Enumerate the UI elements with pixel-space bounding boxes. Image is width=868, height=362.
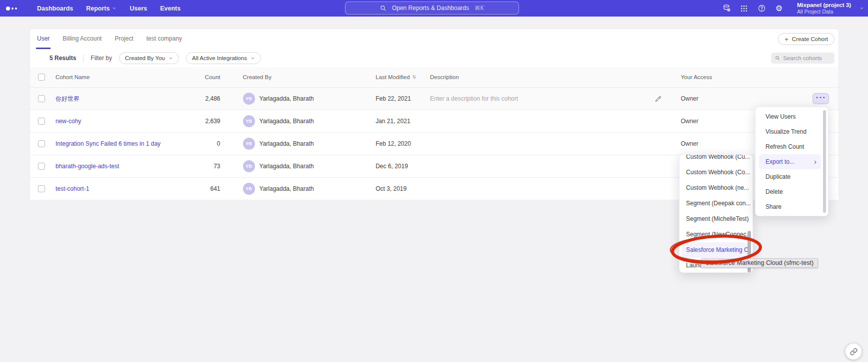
nav-item-dashboards[interactable]: Dashboards [37,5,73,12]
mixpanel-logo-icon[interactable] [6,7,17,11]
menu-item-delete[interactable]: Delete [756,184,828,199]
chevron-down-icon [168,56,173,61]
created-by-filter-label: Created By You [125,55,165,61]
nav-item-reports[interactable]: Reports [86,5,116,12]
row-checkbox[interactable] [38,95,45,102]
export-to-label: Export to... [766,158,794,165]
row-context-menu: View Users Visualize Trend Refresh Count… [755,107,828,216]
menu-item-refresh-count[interactable]: Refresh Count [756,139,828,154]
integrations-filter-label: All Active Integrations [192,55,247,61]
submenu-item-custom-webhook-3[interactable]: Custom Webhook (ne... [680,180,752,196]
last-modified-date: Jan 21, 2021 [376,118,430,125]
submenu-item-custom-webhook-1[interactable]: Custom Webhook (Cu... [680,154,752,165]
created-by-filter-dropdown[interactable]: Created By You [119,52,179,64]
cohort-count: 641 [190,185,220,192]
menu-item-share[interactable]: Share [756,199,828,214]
project-name: Mixpanel (project 3) [797,2,851,9]
project-selector[interactable]: Mixpanel (project 3) All Project Data [797,2,851,15]
link-icon [850,348,858,355]
results-count: 5 Results [50,55,76,62]
menu-item-duplicate[interactable]: Duplicate [756,169,828,184]
chevron-down-icon [112,6,116,11]
cohort-name-link[interactable]: 你好世界 [56,95,80,102]
submenu-item-salesforce-marketing-cloud[interactable]: Salesforce Marketing C... [682,242,748,258]
last-modified-date: Feb 22, 2021 [376,95,430,102]
row-actions-button[interactable]: ••• [812,93,829,104]
project-chevron-down-icon[interactable] [860,6,864,11]
search-icon [775,55,780,61]
cohort-type-tabs: User Billing Account Project test compan… [30,29,838,49]
header-last-modified[interactable]: Last Modified ⇅ [376,74,430,80]
cohort-name-link[interactable]: test-cohort-1 [56,185,89,192]
cohort-search-input[interactable] [783,55,830,61]
select-all-checkbox[interactable] [38,74,45,81]
submenu-chevron-right-icon: › [814,154,816,169]
data-management-icon[interactable] [722,4,731,13]
salesforce-tooltip: Salesforce Marketing Cloud (sfmc-test) [701,258,818,268]
cohort-count: 0 [190,140,220,147]
header-your-access: Your Access [672,74,804,80]
header-last-modified-label: Last Modified [376,74,410,80]
tab-project[interactable]: Project [114,29,134,49]
row-checkbox[interactable] [38,118,45,125]
global-search-button[interactable]: Open Reports & Dashboards ⌘K [345,2,519,15]
gear-glyph: ⚙ [776,5,782,13]
tab-user[interactable]: User [36,29,50,49]
avatar: YB [243,138,255,150]
settings-gear-icon[interactable]: ⚙ [774,4,784,13]
create-cohort-button[interactable]: + Create Cohort [778,33,834,45]
avatar: YB [243,93,255,105]
nav-item-reports-label: Reports [86,5,110,12]
row-checkbox[interactable] [38,140,45,147]
access-level: Owner [672,95,804,102]
nav-item-users[interactable]: Users [130,5,147,12]
cohort-name-link[interactable]: bharath-google-ads-test [56,163,119,170]
table-row: Integration Sync Failed 6 times in 1 day… [30,133,838,155]
divider [83,55,84,62]
top-nav-bar: Dashboards Reports Users Events Open Rep… [0,0,868,17]
edit-pencil-icon[interactable] [654,95,662,103]
search-icon [380,5,386,12]
row-checkbox[interactable] [38,185,45,192]
tab-test-company[interactable]: test company [146,29,183,49]
created-by-name: Yarlagadda, Bharath [260,163,314,170]
apps-grid-icon[interactable] [740,4,748,13]
cohort-count: 73 [190,163,220,170]
integrations-filter-dropdown[interactable]: All Active Integrations [186,52,261,64]
submenu-item-segment-michelletest[interactable]: Segment (MichelleTest) [680,211,752,227]
cohort-name-link[interactable]: new-cohy [56,118,81,125]
submenu-item-custom-webhook-2[interactable]: Custom Webhook (Co... [680,165,752,180]
description-placeholder[interactable]: Enter a description for this cohort [430,95,654,102]
last-modified-date: Feb 12, 2020 [376,140,430,147]
menu-scrollbar[interactable] [823,110,826,213]
tab-billing-account[interactable]: Billing Account [62,29,102,49]
header-cohort-name[interactable]: Cohort Name [53,74,190,80]
header-count[interactable]: Count [190,74,220,80]
project-scope: All Project Data [797,9,851,15]
cohort-count: 2,639 [190,118,220,125]
copy-link-button[interactable] [846,343,862,359]
header-description: Description [430,74,654,80]
help-icon[interactable] [757,4,766,13]
cohort-search-box [771,53,834,64]
row-checkbox[interactable] [38,163,45,170]
created-by-name: Yarlagadda, Bharath [260,95,314,102]
submenu-item-segment-newconnec[interactable]: Segment (NewConnec... [680,227,752,242]
avatar: YB [243,183,255,195]
nav-item-events[interactable]: Events [160,5,180,12]
cohort-count: 2,486 [190,95,220,102]
menu-item-visualize-trend[interactable]: Visualize Trend [756,124,828,139]
menu-item-export-to[interactable]: Export to... › [759,154,821,169]
table-row: new-cohy 2,639 YB Yarlagadda, Bharath Ja… [30,110,838,133]
menu-item-view-users[interactable]: View Users [756,109,828,124]
chevron-down-icon [250,56,255,61]
cohort-name-link[interactable]: Integration Sync Failed 6 times in 1 day [56,140,160,147]
filter-by-label: Filter by [90,55,112,62]
submenu-item-segment-deepak[interactable]: Segment (Deepak con... [680,196,752,211]
created-by-name: Yarlagadda, Bharath [260,140,314,147]
header-created-by[interactable]: Created By [220,74,376,80]
global-search-label: Open Reports & Dashboards [392,5,469,12]
table-row: 你好世界 2,486 YB Yarlagadda, Bharath Feb 22… [30,88,838,110]
table-header-row: Cohort Name Count Created By Last Modifi… [30,67,838,88]
filter-bar: 5 Results Filter by Created By You All A… [30,49,838,67]
